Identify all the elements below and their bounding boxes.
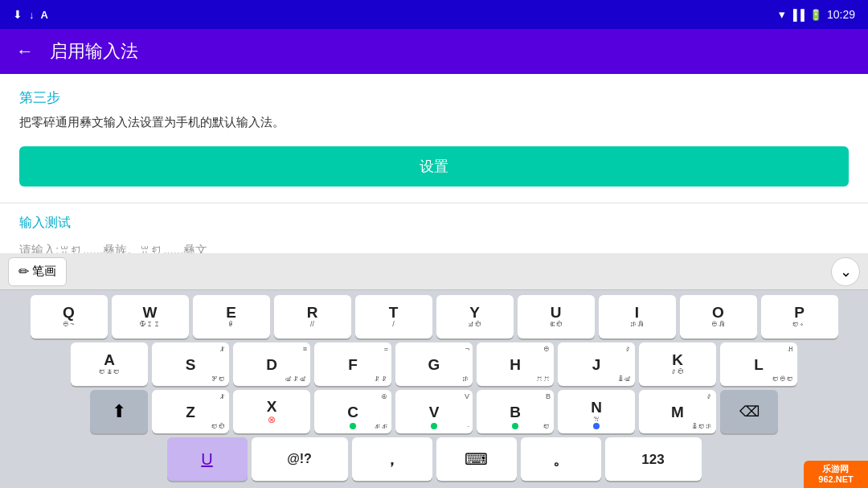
key-o[interactable]: O ꇩꀐ bbox=[680, 295, 757, 338]
key-f[interactable]: F = ꂰꂰ bbox=[314, 342, 391, 386]
sim-icon: ↓ bbox=[29, 9, 35, 21]
setup-button[interactable]: 设置 bbox=[19, 146, 849, 187]
key-row-1: Q ꇩ~ W ꅀꀤꀤ E ꀰ R // T / Y ꀃꀁ bbox=[3, 295, 865, 338]
download-icon: ⬇ bbox=[13, 8, 23, 21]
key-d[interactable]: D ≡ ꀷꂰꀷ bbox=[233, 342, 310, 386]
key-n[interactable]: N ꀕ bbox=[558, 390, 635, 433]
step-3-title: 第三步 bbox=[19, 88, 849, 107]
input-test-title: 输入测试 bbox=[19, 215, 849, 232]
period-button[interactable]: 。 bbox=[521, 437, 601, 481]
key-t[interactable]: T / bbox=[355, 295, 432, 338]
key-r[interactable]: R // bbox=[274, 295, 351, 338]
green-dot-v bbox=[431, 423, 437, 429]
ime-button[interactable]: ⌨ bbox=[436, 437, 517, 481]
key-j[interactable]: J ꀆ ꁦꀷ bbox=[558, 342, 635, 386]
status-bar-right: ▾ ▐▐ 🔋 10:29 bbox=[779, 7, 855, 22]
symbols-button[interactable]: @!? bbox=[252, 437, 348, 481]
key-x[interactable]: X ⊗ bbox=[233, 390, 310, 433]
handwrite-label: 笔画 bbox=[32, 264, 56, 279]
key-row-2: A ꀂꁧꀂ S ꂿ ꂖꀂ D ≡ ꀷꂰꀷ F = ꂰꂰ G ¬ ꁯ bbox=[3, 342, 865, 386]
shift-button[interactable]: ⬆ bbox=[90, 390, 148, 433]
key-l[interactable]: L ꃅ ꀂꇩꀂ bbox=[720, 342, 797, 386]
app-bar: ← 启用输入法 bbox=[0, 29, 868, 74]
key-a[interactable]: A ꀂꁧꀂ bbox=[71, 342, 148, 386]
underline-button[interactable]: U bbox=[167, 437, 248, 481]
toolbar-left: ✏ 笔画 bbox=[8, 257, 67, 286]
clock: 10:29 bbox=[827, 8, 855, 21]
expand-button[interactable]: ⌄ bbox=[831, 257, 860, 286]
key-m[interactable]: M ꀆ ꁦꀂꃘ bbox=[639, 390, 716, 433]
keyboard-toolbar: ✏ 笔画 ⌄ bbox=[0, 253, 868, 290]
status-bar-left: ⬇ ↓ A bbox=[13, 8, 48, 21]
pen-icon: ✏ bbox=[18, 264, 29, 279]
comma-button[interactable]: ， bbox=[352, 437, 432, 481]
key-row-4: U @!? ， ⌨ 。 123 bbox=[3, 437, 865, 481]
chevron-down-icon: ⌄ bbox=[840, 263, 852, 281]
status-bar: ⬇ ↓ A ▾ ▐▐ 🔋 10:29 bbox=[0, 0, 868, 29]
key-p[interactable]: P ꀂ。 bbox=[761, 295, 838, 338]
key-u[interactable]: U ꀇꀁ bbox=[518, 295, 595, 338]
key-v[interactable]: V V · bbox=[395, 390, 473, 433]
watermark-line2: 962.NET bbox=[818, 474, 853, 485]
back-button[interactable]: ← bbox=[16, 41, 34, 62]
keyboard: Q ꇩ~ W ꅀꀤꀤ E ꀰ R // T / Y ꀃꀁ bbox=[0, 290, 868, 488]
key-q[interactable]: Q ꇩ~ bbox=[31, 295, 108, 338]
blue-dot-n bbox=[593, 423, 600, 429]
step-3-section: 第三步 把零碎通用彝文输入法设置为手机的默认输入法。 设置 bbox=[0, 74, 868, 203]
key-z[interactable]: Z ꂿ ꀂꀁ bbox=[152, 390, 229, 433]
green-dot-c bbox=[350, 423, 356, 429]
key-h[interactable]: H ꇩ ꀡꀡ bbox=[477, 342, 554, 386]
key-row-3: ⬆ Z ꂿ ꀂꀁ X ⊗ C ꂔ ꁮꁮ V V · bbox=[3, 390, 865, 433]
main-content: 第三步 把零碎通用彝文输入法设置为手机的默认输入法。 设置 输入测试 请输入:ꀕ… bbox=[0, 74, 868, 273]
green-dot-b bbox=[512, 423, 518, 429]
page-title: 启用输入法 bbox=[50, 39, 138, 64]
handwrite-button[interactable]: ✏ 笔画 bbox=[8, 257, 67, 286]
signal-icon: ▐▐ bbox=[790, 9, 805, 21]
wifi-icon: ▾ bbox=[779, 7, 785, 22]
step-3-description: 把零碎通用彝文输入法设置为手机的默认输入法。 bbox=[19, 113, 849, 132]
underline-icon: U bbox=[201, 450, 212, 469]
keyboard-icon: ⌨ bbox=[465, 449, 488, 469]
watermark-line1: 乐游网 bbox=[818, 464, 853, 474]
battery-icon: 🔋 bbox=[809, 9, 822, 21]
key-e[interactable]: E ꀰ bbox=[193, 295, 270, 338]
backspace-icon: ⌫ bbox=[739, 403, 760, 420]
key-i[interactable]: I ꁯꀐ bbox=[599, 295, 676, 338]
key-y[interactable]: Y ꀃꀁ bbox=[436, 295, 514, 338]
key-s[interactable]: S ꂿ ꂖꀂ bbox=[152, 342, 229, 386]
watermark: 乐游网 962.NET bbox=[804, 461, 868, 488]
keyboard-area: ✏ 笔画 ⌄ Q ꇩ~ W ꅀꀤꀤ E ꀰ R // bbox=[0, 253, 868, 488]
key-g[interactable]: G ¬ ꁯ bbox=[395, 342, 473, 386]
delete-button[interactable]: ⌫ bbox=[720, 390, 778, 433]
numeric-button[interactable]: 123 bbox=[605, 437, 702, 481]
shift-icon: ⬆ bbox=[112, 401, 126, 422]
key-w[interactable]: W ꅀꀤꀤ bbox=[112, 295, 189, 338]
key-c[interactable]: C ꂔ ꁮꁮ bbox=[314, 390, 391, 433]
key-b[interactable]: B B ꀂ bbox=[477, 390, 554, 433]
key-k[interactable]: K ꀆꀁ bbox=[639, 342, 716, 386]
adb-icon: A bbox=[41, 9, 48, 21]
